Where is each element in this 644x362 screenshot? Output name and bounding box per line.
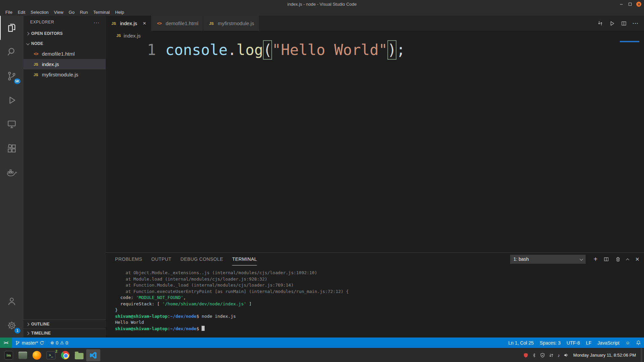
terminal-text: }: [115, 307, 118, 312]
firefox-launcher[interactable]: [30, 349, 44, 361]
terminal-text: 'MODULE_NOT_FOUND': [136, 295, 183, 300]
indentation-indicator[interactable]: Spaces: 3: [537, 338, 564, 348]
terminal-text: Hello World: [115, 320, 144, 325]
menu-item-terminal[interactable]: Terminal: [91, 10, 112, 15]
problems-indicator[interactable]: ⊗ 0 ⚠ 0: [47, 338, 71, 348]
security-shield-icon[interactable]: [540, 353, 545, 358]
branch-name: master*: [22, 340, 38, 346]
desktop: index.js - node - Visual Studio Code Fil…: [0, 0, 644, 362]
volume-icon[interactable]: [564, 353, 569, 358]
mint-menu-button[interactable]: lm: [2, 349, 16, 361]
close-button[interactable]: [636, 2, 641, 7]
folder-node-section[interactable]: NODE: [23, 39, 106, 49]
activity-explorer-button[interactable]: [0, 16, 23, 40]
timeline-section[interactable]: TIMELINE: [23, 328, 106, 338]
show-desktop-button[interactable]: [641, 348, 642, 362]
terminal-text: ]: [246, 301, 252, 306]
menu-item-run[interactable]: Run: [77, 10, 91, 15]
tab-demofile1.html[interactable]: <>demofile1.html: [151, 16, 204, 31]
kill-terminal-button[interactable]: [615, 256, 621, 262]
activity-settings-button[interactable]: 1: [0, 313, 23, 338]
code-editor[interactable]: 1 console.log("Hello World");: [106, 40, 644, 252]
minimize-icon: [620, 2, 623, 6]
panel-tab-problems[interactable]: PROBLEMS: [115, 253, 142, 265]
file-item-myfirstmodule.js[interactable]: JSmyfirstmodule.js: [23, 69, 106, 80]
new-terminal-button[interactable]: +: [594, 256, 598, 262]
indentation: Spaces: 3: [540, 340, 560, 346]
file-manager-launcher[interactable]: [16, 349, 30, 361]
file-name: demofile1.html: [42, 51, 75, 57]
terminal-launcher[interactable]: >_ 2: [44, 349, 58, 361]
git-branch-indicator[interactable]: master*: [12, 338, 47, 348]
panel-tab-output[interactable]: OUTPUT: [151, 253, 171, 265]
split-terminal-button[interactable]: [603, 256, 609, 262]
close-tab-icon[interactable]: ×: [143, 20, 146, 27]
activity-source-control-button[interactable]: 5K: [0, 64, 23, 88]
remote-indicator[interactable]: ><: [0, 338, 12, 348]
terminal-output[interactable]: at Object.Module._extensions..js (intern…: [106, 265, 644, 338]
more-actions-button[interactable]: ···: [633, 20, 639, 26]
vscode-taskbar-button[interactable]: [86, 349, 100, 361]
sidebar-more-actions-button[interactable]: ···: [94, 19, 100, 25]
activity-search-button[interactable]: [0, 40, 23, 64]
activity-accounts-button[interactable]: [0, 289, 23, 313]
breadcrumb[interactable]: JS index.js: [106, 31, 644, 40]
activity-docker-button[interactable]: [0, 161, 23, 185]
menu-item-selection[interactable]: Selection: [28, 10, 51, 15]
outline-section[interactable]: OUTLINE: [23, 319, 106, 328]
open-changes-button[interactable]: [597, 20, 603, 26]
workbench: 5K: [0, 16, 644, 338]
menu-item-view[interactable]: View: [51, 10, 66, 15]
js-file-icon: JS: [33, 62, 39, 66]
language-mode-indicator[interactable]: JavaScript: [594, 338, 622, 348]
file-item-demofile1.html[interactable]: <>demofile1.html: [23, 49, 106, 59]
maximize-button[interactable]: [628, 2, 633, 7]
run-code-button[interactable]: [609, 20, 615, 26]
menu-item-edit[interactable]: Edit: [15, 10, 28, 15]
network-icon[interactable]: [549, 353, 554, 358]
split-editor-button[interactable]: [621, 20, 627, 26]
chevron-down-icon: [26, 42, 30, 45]
maximize-panel-button[interactable]: [627, 256, 629, 262]
music-player-icon[interactable]: ♪: [557, 353, 560, 358]
tab-myfirstmodule.js[interactable]: JSmyfirstmodule.js: [203, 16, 259, 31]
cursor-position-indicator[interactable]: Ln 1, Col 25: [505, 338, 537, 348]
warning-icon: ⚠: [60, 341, 64, 345]
terminal-line: shivam@shivam-laptop:~/dev/node$ node in…: [115, 313, 644, 320]
panel-tab-debug-console[interactable]: DEBUG CONSOLE: [180, 253, 223, 265]
menu-item-file[interactable]: File: [3, 10, 15, 15]
window-titlebar[interactable]: index.js - node - Visual Studio Code: [0, 0, 644, 8]
run-debug-icon: [6, 95, 17, 106]
tab-label: index.js: [120, 20, 137, 26]
activity-remote-explorer-button[interactable]: [0, 112, 23, 136]
code-token: (: [263, 40, 272, 60]
open-editors-section[interactable]: OPEN EDITORS: [23, 28, 106, 39]
file-name: index.js: [42, 61, 59, 67]
update-shield-icon[interactable]: [523, 353, 528, 358]
terminal-shell-select[interactable]: 1: bash: [510, 255, 586, 264]
menu-item-help[interactable]: Help: [112, 10, 127, 15]
terminal-line: Hello World: [115, 319, 644, 326]
menu-item-go[interactable]: Go: [66, 10, 77, 15]
split-editor-icon: [621, 20, 627, 26]
panel-tab-terminal[interactable]: TERMINAL: [232, 253, 257, 265]
eol-indicator[interactable]: LF: [583, 338, 594, 348]
tab-index.js[interactable]: JSindex.js×: [106, 16, 151, 31]
notifications-button[interactable]: [633, 338, 644, 348]
minimize-button[interactable]: [619, 2, 624, 7]
trash-icon: [615, 256, 621, 262]
activity-run-debug-button[interactable]: [0, 88, 23, 112]
bluetooth-icon[interactable]: [532, 353, 536, 358]
feedback-button[interactable]: ☺: [623, 338, 633, 348]
encoding-indicator[interactable]: UTF-8: [564, 338, 583, 348]
taskbar-clock[interactable]: Monday January 11, 8:52:06 PM: [569, 353, 641, 358]
close-panel-button[interactable]: ×: [635, 256, 639, 262]
activity-extensions-button[interactable]: [0, 136, 23, 161]
chrome-launcher[interactable]: [58, 349, 72, 361]
folder-launcher[interactable]: [72, 349, 86, 361]
html-file-icon: <>: [156, 21, 163, 26]
terminal-text: at Function.executeUserEntryPoint [as ru…: [115, 289, 349, 294]
terminal-line: code: 'MODULE_NOT_FOUND',: [115, 295, 644, 301]
file-item-index.js[interactable]: JSindex.js: [23, 59, 106, 69]
file-list: <>demofile1.htmlJSindex.jsJSmyfirstmodul…: [23, 49, 106, 80]
